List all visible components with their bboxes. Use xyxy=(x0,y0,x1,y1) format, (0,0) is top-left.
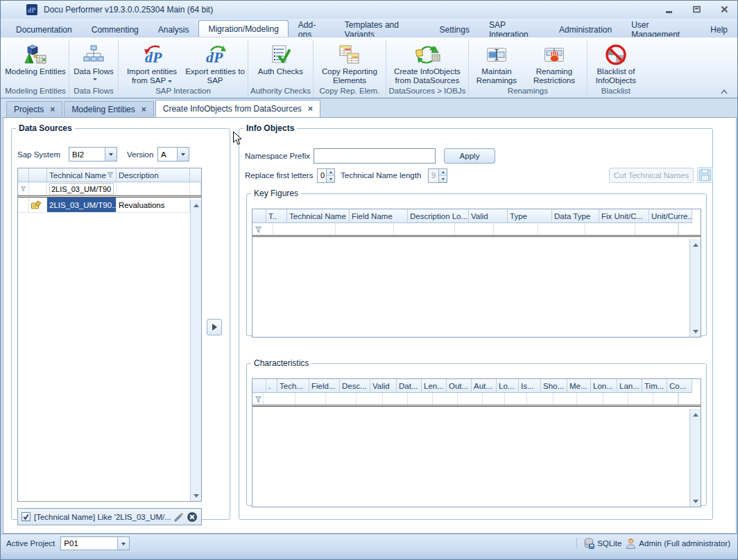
column-header[interactable]: Description Lo... xyxy=(408,209,469,223)
filter-cell[interactable] xyxy=(357,393,383,405)
close-button[interactable] xyxy=(716,4,732,15)
column-header[interactable]: Lon... xyxy=(591,379,617,393)
export-entities-button[interactable]: dP Export entities to SAP xyxy=(184,40,246,86)
filter-cell[interactable] xyxy=(538,223,585,235)
scroll-up-icon[interactable] xyxy=(690,239,701,250)
column-header[interactable]: Unit/Curre... xyxy=(649,209,692,223)
menu-tab[interactable]: SAP Integration xyxy=(479,21,549,37)
tab-close-icon[interactable]: × xyxy=(141,106,146,113)
scroll-down-icon[interactable] xyxy=(191,490,201,501)
column-header[interactable]: Sho... xyxy=(541,379,567,393)
renaming-restrictions-button[interactable]: Renaming Restrictions xyxy=(524,40,585,86)
spin-up-icon[interactable] xyxy=(439,169,447,176)
menu-tab[interactable]: Administration xyxy=(549,21,621,37)
column-header[interactable]: T.. xyxy=(266,209,287,223)
replace-first-letters-stepper[interactable]: 0 xyxy=(317,168,335,183)
active-project-combo[interactable]: P01 xyxy=(60,536,130,550)
datasource-technical-name[interactable]: 2LIS_03_UM/T90... xyxy=(47,198,117,213)
filter-cell[interactable] xyxy=(635,223,678,235)
menu-tab[interactable]: Documentation xyxy=(6,21,82,37)
menu-tab[interactable]: Templates and Variants xyxy=(335,21,430,37)
data-flows-button[interactable]: Data Flows xyxy=(71,40,116,86)
column-header[interactable]: Out... xyxy=(447,379,472,393)
datasource-row[interactable]: 2LIS_03_UM/T90... Revaluations xyxy=(18,198,201,213)
column-header[interactable]: Lo... xyxy=(497,379,519,393)
filter-cell[interactable] xyxy=(527,393,554,405)
filter-cell[interactable] xyxy=(678,393,679,405)
scroll-down-icon[interactable] xyxy=(690,326,701,337)
column-header[interactable]: Field... xyxy=(309,379,340,393)
filter-cell[interactable] xyxy=(603,393,628,405)
column-header[interactable]: Valid xyxy=(370,379,397,393)
move-selection-button[interactable] xyxy=(207,319,222,335)
namespace-prefix-input[interactable] xyxy=(314,148,436,164)
scroll-down-icon[interactable] xyxy=(690,496,701,507)
column-header[interactable]: Dat... xyxy=(397,379,422,393)
copy-reporting-elements-button[interactable]: Copy Reporting Elements xyxy=(316,40,384,86)
vertical-scrollbar[interactable] xyxy=(689,409,701,507)
column-header[interactable]: Tim... xyxy=(642,379,667,393)
technical-name-filter-input[interactable] xyxy=(49,183,114,195)
filter-cell[interactable] xyxy=(458,393,483,405)
restore-button[interactable] xyxy=(689,4,704,15)
spin-down-icon[interactable] xyxy=(327,176,334,182)
filter-cell[interactable] xyxy=(678,223,679,235)
filter-cell[interactable] xyxy=(483,393,505,405)
combo-dropdown-button[interactable] xyxy=(117,537,129,550)
column-header[interactable]: Lan... xyxy=(617,379,642,393)
blacklist-infoobjects-button[interactable]: Blacklist of InfoObjects xyxy=(590,40,642,86)
column-header[interactable]: Type xyxy=(508,209,552,223)
menu-tab[interactable]: Help xyxy=(701,21,737,37)
document-tab[interactable]: Projects × xyxy=(6,101,62,117)
filter-cell[interactable] xyxy=(295,393,326,405)
filter-cell[interactable] xyxy=(408,393,433,405)
spin-down-icon[interactable] xyxy=(439,176,447,182)
tab-close-icon[interactable]: × xyxy=(308,105,313,112)
filter-cell[interactable] xyxy=(273,223,336,235)
minimize-button[interactable] xyxy=(661,4,676,15)
menu-tab[interactable]: Migration/Modeling xyxy=(198,20,288,37)
filter-cell[interactable] xyxy=(628,393,653,405)
auth-checks-button[interactable]: Auth Checks xyxy=(250,40,310,86)
filter-cell[interactable] xyxy=(494,223,538,235)
collapse-ribbon-icon[interactable] xyxy=(719,87,729,96)
combo-dropdown-button[interactable] xyxy=(177,148,189,161)
column-header[interactable]: Me... xyxy=(567,379,591,393)
datasource-description[interactable]: Revaluations xyxy=(117,198,190,213)
cut-technical-names-button[interactable]: Cut Technical Names xyxy=(609,168,694,183)
column-header[interactable]: Field Name xyxy=(350,209,408,223)
menu-tab[interactable]: Add-ons xyxy=(289,21,335,37)
column-header[interactable]: Len... xyxy=(422,379,447,393)
filter-cell[interactable] xyxy=(383,393,408,405)
column-header[interactable]: Is... xyxy=(519,379,541,393)
column-header[interactable]: Co... xyxy=(667,379,692,393)
menu-tab[interactable]: User Management xyxy=(621,21,701,37)
column-header[interactable]: Tech... xyxy=(277,379,309,393)
edit-filter-button[interactable] xyxy=(173,511,184,522)
sap-system-combo[interactable]: BI2 xyxy=(69,147,117,161)
scroll-up-icon[interactable] xyxy=(690,409,701,420)
version-combo[interactable]: A xyxy=(157,147,189,161)
column-header[interactable]: Valid xyxy=(469,209,508,223)
filter-active-icon[interactable] xyxy=(107,171,114,179)
menu-tab[interactable]: Analysis xyxy=(148,21,199,37)
menu-tab[interactable]: Settings xyxy=(430,21,479,37)
column-header[interactable] xyxy=(252,209,266,223)
filter-cell[interactable] xyxy=(394,223,455,235)
filter-cell[interactable] xyxy=(505,393,527,405)
filter-cell[interactable] xyxy=(264,393,295,405)
filter-cell[interactable] xyxy=(585,223,635,235)
spin-up-icon[interactable] xyxy=(327,169,334,176)
document-tab[interactable]: Modeling Entities × xyxy=(64,101,153,117)
filter-cell[interactable] xyxy=(653,393,678,405)
filter-cell[interactable] xyxy=(455,223,494,235)
filter-cell[interactable] xyxy=(433,393,458,405)
save-button[interactable] xyxy=(697,167,713,183)
filter-cell[interactable] xyxy=(326,393,357,405)
combo-dropdown-button[interactable] xyxy=(105,148,117,161)
vertical-scrollbar[interactable] xyxy=(689,239,701,337)
document-tab[interactable]: Create InfoObjects from DataSources × xyxy=(155,100,320,117)
column-header-description[interactable]: Description xyxy=(117,168,190,182)
tab-close-icon[interactable]: × xyxy=(50,106,55,113)
column-header[interactable]: Technical Name xyxy=(287,209,350,223)
